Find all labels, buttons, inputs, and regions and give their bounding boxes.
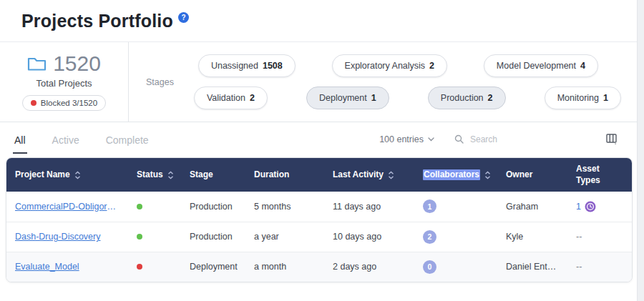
column-label: Status	[137, 169, 163, 180]
table-row: CommercialPD-ObligorRis... Production 5 …	[6, 192, 632, 222]
collaborators-badge[interactable]: 1	[423, 199, 436, 213]
table-row: Dash-Drug-Discovery Production a year 10…	[6, 222, 632, 252]
tab-complete[interactable]: Complete	[104, 125, 150, 154]
duration-cell: a year	[245, 222, 324, 252]
column-label: Project Name	[15, 169, 70, 180]
stage-pill-label: Exploratory Analysis	[345, 61, 426, 71]
stage-pill-count: 4	[580, 61, 585, 71]
collaborators-badge[interactable]: 2	[423, 230, 436, 244]
total-projects-label: Total Projects	[36, 78, 92, 89]
sort-icon	[388, 171, 394, 179]
stages-label: Stages	[146, 77, 174, 87]
column-header-stage: Stage	[181, 158, 245, 192]
entries-dropdown[interactable]: 100 entries	[375, 134, 439, 145]
stage-cell: Deployment	[181, 252, 245, 282]
column-label: Stage	[190, 169, 213, 180]
stage-cell: Production	[181, 192, 245, 222]
column-label: Last Activity	[333, 169, 384, 180]
stage-pill-label: Model Development	[497, 61, 576, 71]
stage-pill-label: Production	[441, 93, 484, 103]
folder-icon	[27, 56, 47, 71]
search-box	[454, 134, 575, 145]
column-header-project-name[interactable]: Project Name	[6, 158, 128, 192]
stage-pill-production[interactable]: Production2	[428, 87, 506, 109]
page-header: Projects Portfolio ?	[0, 0, 637, 42]
duration-cell: a month	[245, 252, 324, 282]
stage-pill-count: 1	[371, 93, 376, 103]
stage-pill-label: Validation	[207, 93, 245, 103]
column-header-asset-types: Asset Types	[567, 158, 632, 192]
sort-icon	[167, 171, 174, 179]
tab-all[interactable]: All	[13, 125, 27, 154]
column-header-owner: Owner	[497, 158, 567, 192]
asset-count: --	[576, 262, 582, 272]
search-icon	[454, 134, 464, 144]
stage-pill-model-development[interactable]: Model Development4	[484, 54, 598, 77]
total-projects-card: 1520 Total Projects Blocked 3/1520	[0, 42, 129, 122]
projects-table-container: Project Name Status Stage Duration Last …	[6, 157, 633, 282]
search-input[interactable]	[469, 134, 562, 145]
stage-pill-label: Monitoring	[557, 93, 599, 103]
stages-panel: Stages Unassigned1508 Exploratory Analys…	[129, 42, 637, 122]
owner-cell: Graham	[497, 192, 567, 222]
table-controls: 100 entries	[375, 132, 620, 146]
page-title: Projects Portfolio	[21, 10, 173, 31]
stage-pill-deployment[interactable]: Deployment1	[306, 87, 389, 109]
sort-icon	[74, 171, 81, 179]
projects-table: Project Name Status Stage Duration Last …	[6, 158, 632, 282]
project-name-link[interactable]: CommercialPD-ObligorRis...	[15, 202, 119, 212]
stage-pill-monitoring[interactable]: Monitoring1	[545, 87, 621, 109]
stage-pill-label: Unassigned	[211, 61, 258, 71]
asset-count: --	[576, 232, 582, 242]
stage-pill-unassigned[interactable]: Unassigned1508	[198, 54, 296, 77]
column-header-status[interactable]: Status	[128, 158, 181, 192]
stats-section: 1520 Total Projects Blocked 3/1520 Stage…	[0, 42, 637, 122]
stage-cell: Production	[181, 222, 245, 252]
stage-pill-count: 2	[429, 61, 434, 71]
sort-icon	[484, 171, 491, 179]
status-dot-icon	[137, 204, 142, 209]
owner-cell: Daniel Enth...	[497, 252, 567, 282]
duration-cell: 5 months	[245, 192, 324, 222]
blocked-status-dot-icon	[31, 100, 36, 106]
owner-cell: Kyle	[497, 222, 567, 252]
last-activity-cell: 10 days ago	[324, 222, 414, 252]
asset-count[interactable]: 1	[576, 202, 581, 212]
stage-pill-label: Deployment	[319, 93, 367, 103]
info-icon[interactable]: ?	[178, 12, 189, 23]
tab-active[interactable]: Active	[51, 125, 81, 154]
status-dot-icon	[137, 264, 142, 270]
column-label: Duration	[254, 169, 289, 180]
stage-pill-row-2: Validation2 Deployment1 Production2 Moni…	[185, 87, 623, 109]
last-activity-cell: 11 days ago	[324, 192, 414, 222]
chevron-down-icon	[428, 137, 434, 142]
stage-pill-row-1: Unassigned1508 Exploratory Analysis2 Mod…	[185, 54, 623, 77]
total-projects-count: 1520	[53, 53, 101, 74]
blocked-filter-badge[interactable]: Blocked 3/1520	[22, 95, 106, 111]
column-label: Collaborators	[423, 169, 480, 180]
collaborators-badge[interactable]: 0	[423, 260, 436, 274]
column-header-duration: Duration	[245, 158, 324, 192]
last-activity-cell: 2 days ago	[324, 252, 414, 282]
column-header-collaborators[interactable]: Collaborators	[414, 158, 497, 192]
entries-label: 100 entries	[379, 134, 424, 144]
stage-pill-count: 1508	[263, 61, 283, 71]
blocked-label: Blocked 3/1520	[41, 99, 97, 107]
stage-pill-count: 2	[488, 93, 493, 103]
projects-portfolio-page: Projects Portfolio ? 1520 Total Projects…	[0, 0, 638, 301]
column-label: Owner	[506, 169, 532, 180]
stage-pill-count: 2	[250, 93, 255, 103]
column-header-last-activity[interactable]: Last Activity	[324, 158, 414, 192]
table-row: Evaluate_Model Deployment a month 2 days…	[6, 252, 632, 282]
stage-pill-exploratory-analysis[interactable]: Exploratory Analysis2	[332, 54, 448, 77]
project-name-link[interactable]: Dash-Drug-Discovery	[15, 232, 119, 242]
total-projects-top: 1520	[27, 53, 101, 74]
stage-pill-rows: Unassigned1508 Exploratory Analysis2 Mod…	[185, 54, 623, 109]
status-dot-icon	[137, 234, 142, 240]
project-name-link[interactable]: Evaluate_Model	[15, 262, 119, 272]
tab-bar: All Active Complete 100 entries	[0, 122, 637, 156]
stage-pill-validation[interactable]: Validation2	[194, 87, 268, 109]
column-label: Asset Types	[576, 164, 609, 186]
clock-icon[interactable]	[585, 201, 596, 212]
column-settings-icon[interactable]	[605, 132, 620, 146]
